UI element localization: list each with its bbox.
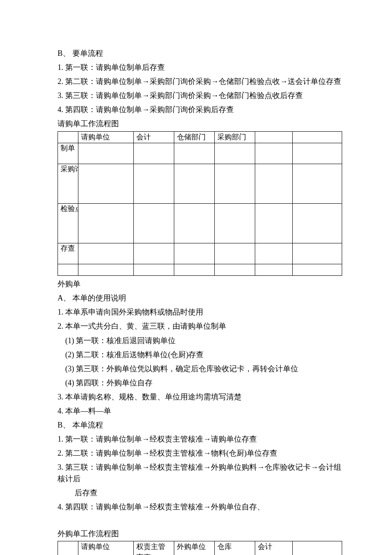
table2-h3: 外购单位	[174, 541, 215, 555]
table1-row3-label: 存查	[58, 243, 78, 264]
table2-h6	[293, 541, 342, 555]
waigou-b-3b: 后存查	[58, 487, 343, 498]
section-b-item-1: 1. 第一联：请购单位制单后存查	[58, 62, 343, 73]
waigou-title: 外购单	[58, 278, 343, 289]
table1-caption: 请购单工作流程图	[58, 118, 343, 129]
table2-h0	[58, 541, 78, 555]
table1-row4-label	[58, 264, 78, 276]
waigou-b-4: 4. 第四联：请购单位制单→经权责主管核准→外购单位自存、	[58, 501, 343, 512]
table1-row-4	[58, 264, 342, 276]
waigou-a-3: 3. 本单请购名称、规格、数量、单位用途均需填写清楚	[58, 391, 343, 402]
table-requisition-flow: 请购单位 会计 仓储部门 采购部门 制单 采购询价 检验点收 存查	[58, 131, 342, 276]
table-waigou-flow: 请购单位 权责主管审查 外购单位 仓库 会计 制表 核准 购	[58, 541, 342, 555]
table1-h6	[293, 131, 342, 143]
table2-h2: 权责主管审查	[134, 541, 174, 555]
waigou-heading-a: A、 本单的使用说明	[58, 292, 343, 304]
waigou-b-1: 1. 第一联：请购单位制单→经权责主管核准→请购单位存查	[58, 434, 343, 445]
waigou-a-sub-3: (3) 第三联：外购单位凭以购料，确定后仓库验收记卡，再转会计单位	[58, 363, 343, 374]
waigou-a-1: 1. 本单系申请向国外采购物料或物品时使用	[58, 306, 343, 318]
table2-h5: 会计	[255, 541, 293, 555]
spacer	[58, 515, 343, 527]
table1-h1: 请购单位	[78, 131, 134, 143]
section-b-heading: B、 要单流程	[58, 48, 343, 59]
waigou-a-sub-4: (4) 第四联：外购单位自存	[58, 377, 343, 388]
table2-caption: 外购单工作流程图	[58, 528, 343, 539]
waigou-a-4: 4. 本单—料—单	[58, 405, 343, 416]
table1-row-1: 采购询价	[58, 164, 342, 204]
section-b-item-4: 4. 第四联：请购单位制单→采购部门询价采购后存查	[58, 104, 343, 115]
table2-header-row: 请购单位 权责主管审查 外购单位 仓库 会计	[58, 541, 342, 555]
table1-h4: 采购部门	[215, 131, 255, 143]
table1-h0	[58, 131, 78, 143]
table1-header-row: 请购单位 会计 仓储部门 采购部门	[58, 131, 342, 143]
document-page: B、 要单流程 1. 第一联：请购单位制单后存查 2. 第二联：请购单位制单→采…	[0, 0, 392, 555]
table2-h1: 请购单位	[78, 541, 134, 555]
waigou-a-2: 2. 本单一式共分白、黄、蓝三联，由请购单位制单	[58, 321, 343, 332]
table1-row-0: 制单	[58, 143, 342, 164]
table1-row-3: 存查	[58, 243, 342, 264]
waigou-b-3a: 3. 第三联：请购单位制单→经权责主管核准→外购单位购料→仓库验收记卡→会计组核…	[58, 462, 343, 484]
table2-h4: 仓库	[215, 541, 255, 555]
table1-h2: 会计	[134, 131, 174, 143]
waigou-a-sub-1: (1) 第一联：核准后退回请购单位	[58, 335, 343, 346]
table1-row2-label: 检验点收	[58, 204, 78, 243]
section-b-item-2: 2. 第二联：请购单位制单→采购部门询价采购→仓储部门检验点收→送会计单位存查	[58, 76, 343, 87]
table1-h3: 仓储部门	[174, 131, 215, 143]
table1-row-2: 检验点收	[58, 204, 342, 243]
waigou-b-2: 2. 第二联：请购单位制单→经权责主管核准→物料(仓厨)单位存查	[58, 448, 343, 459]
table1-row1-label: 采购询价	[58, 164, 78, 204]
table1-h5	[255, 131, 293, 143]
table1-row0-label: 制单	[58, 143, 78, 164]
waigou-heading-b: B、 本单流程	[58, 419, 343, 431]
section-b-item-3: 3. 第三联：请购单位制单→采购部门询价采购→仓储部门检验点收后存查	[58, 90, 343, 101]
waigou-a-sub-2: (2) 第二联：核准后送物料单位(仓厨)存查	[58, 349, 343, 360]
